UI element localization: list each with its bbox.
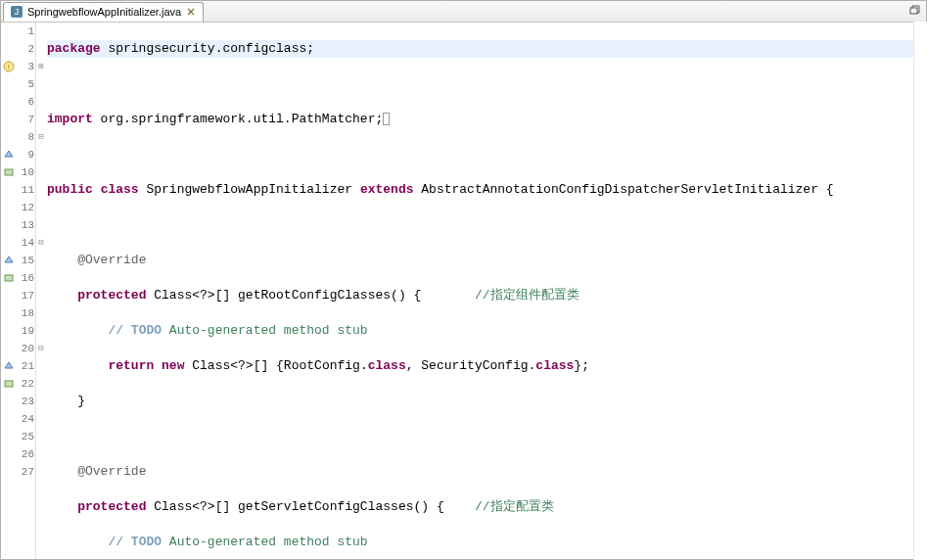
code-token: , SecurityConfig. [406,358,536,373]
line-number: 18 [17,304,34,322]
line-number: 10 [17,163,34,181]
fold-minus-icon[interactable]: ⊟ [36,128,46,146]
line-number: 20 [17,340,34,357]
line-number: 14 [17,234,34,252]
line-number: 23 [17,393,34,410]
svg-text:!: ! [6,63,11,71]
tab-bar: J SpringwebflowAppInitializer.java [1,1,926,23]
file-tab[interactable]: J SpringwebflowAppInitializer.java [3,2,204,22]
code-token: protected [77,499,146,514]
line-number: 7 [17,111,34,128]
line-number-column: 1235678910111213141516171819202122232425… [17,23,35,559]
code-token: return [108,358,154,373]
line-number: 2 [17,40,34,58]
fold-minus-icon[interactable]: ⊟ [36,340,46,357]
editor-container: J SpringwebflowAppInitializer.java ! [0,0,927,560]
code-content[interactable]: package springsecurity.configclass; impo… [46,23,926,559]
svg-text:J: J [15,7,20,17]
code-token: } [47,393,926,410]
code-comment: //指定配置类 [475,499,554,514]
code-token: Class<?>[] getRootConfigClasses() { [146,288,474,303]
line-number: 5 [17,75,34,93]
line-number: 19 [17,322,34,340]
line-number: 13 [17,216,34,234]
line-number: 16 [17,269,34,287]
line-number: 27 [17,463,34,481]
fold-column: ⊞ ⊟ ⊟ ⊟ [36,23,46,559]
svg-rect-5 [5,169,13,175]
override-marker-icon[interactable] [1,357,17,375]
warning-marker-icon[interactable]: ! [1,58,17,75]
code-token: @Override [77,464,146,479]
line-number: 25 [17,428,34,445]
line-number: 15 [17,252,34,269]
java-file-icon: J [10,5,23,19]
code-token: protected [77,288,146,303]
overview-ruler[interactable] [913,22,927,560]
code-token: import [47,112,93,126]
line-number: 21 [17,357,34,375]
restore-icon[interactable] [906,3,922,19]
line-number: 11 [17,181,34,199]
close-icon[interactable] [185,6,197,18]
gutter: ! [1,23,36,559]
line-number: 12 [17,199,34,216]
impl-marker-icon[interactable] [1,269,17,287]
fold-plus-icon[interactable]: ⊞ [36,58,46,75]
line-number: 1 [17,23,34,40]
line-number: 24 [17,410,34,428]
code-area[interactable]: ! [1,23,926,559]
svg-rect-6 [5,275,13,281]
override-marker-icon[interactable] [1,146,17,163]
line-number: 6 [17,93,34,111]
folded-region-icon[interactable] [383,113,390,125]
impl-marker-icon[interactable] [1,163,17,181]
svg-rect-7 [5,381,13,387]
code-token: class [535,358,574,373]
fold-minus-icon[interactable]: ⊟ [36,234,46,252]
toolbar-right [906,3,922,19]
line-number: 17 [17,287,34,304]
line-number: 8 [17,128,34,146]
code-token: springsecurity.configclass; [101,41,314,56]
code-token: Class<?>[] {RootConfig. [184,358,367,373]
line-number: 22 [17,375,34,393]
code-token: @Override [77,253,146,267]
impl-marker-icon[interactable] [1,375,17,393]
tab-filename: SpringwebflowAppInitializer.java [27,6,181,18]
code-comment: //指定组件配置类 [475,288,579,303]
code-token: org.springframework.util.PathMatcher; [93,112,383,126]
code-token: SpringwebflowAppInitializer [139,182,360,197]
code-token: class [368,358,406,373]
svg-rect-2 [910,8,917,14]
line-number: 9 [17,146,34,163]
code-token: class [101,182,139,197]
marker-column: ! [1,23,17,559]
code-token: package [47,41,101,56]
line-number: 26 [17,445,34,463]
code-token: }; [574,358,589,373]
override-marker-icon[interactable] [1,252,17,269]
code-token: Class<?>[] getServletConfigClasses() { [146,499,474,514]
code-token: new [162,358,184,373]
line-number: 3 [17,58,34,75]
code-token: extends [360,182,414,197]
code-token: AbstractAnnotationConfigDispatcherServle… [414,182,834,197]
code-token: public [47,182,93,197]
